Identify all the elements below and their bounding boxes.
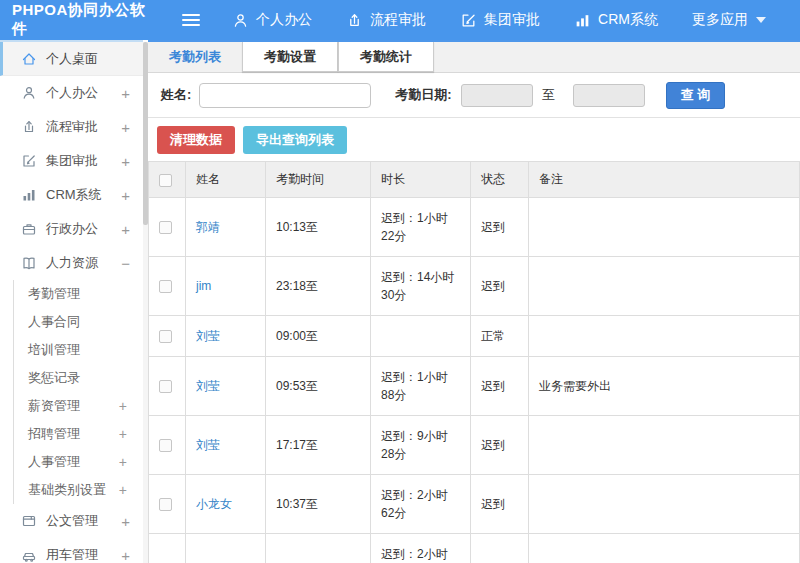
- expand-toggle-icon[interactable]: −: [121, 256, 130, 271]
- attendance-time: 10:37至: [266, 475, 371, 534]
- note: [529, 198, 800, 257]
- sidebar-subitem[interactable]: 薪资管理+: [14, 392, 143, 420]
- name-filter-input[interactable]: [199, 83, 371, 108]
- expand-toggle-icon[interactable]: +: [121, 514, 130, 529]
- sidebar-item-label: 用车管理: [46, 546, 98, 563]
- search-button[interactable]: 查 询: [666, 82, 726, 109]
- note: [529, 475, 800, 534]
- sidebar-item-label: 公文管理: [46, 512, 98, 530]
- sidebar-item[interactable]: CRM系统+: [0, 178, 143, 212]
- expand-toggle-icon[interactable]: +: [119, 455, 127, 469]
- sidebar-subitem[interactable]: 人事合同: [14, 308, 143, 336]
- column-header-duration: 时长: [371, 162, 471, 198]
- sidebar-subitem[interactable]: 基础类别设置+: [14, 476, 143, 504]
- sidebar-subitem[interactable]: 培训管理: [14, 336, 143, 364]
- sidebar-subitem-label: 人事合同: [28, 313, 80, 331]
- expand-toggle-icon[interactable]: +: [121, 548, 130, 563]
- sidebar-subitem[interactable]: 人事管理+: [14, 448, 143, 476]
- column-header-status: 状态: [471, 162, 529, 198]
- note: [529, 316, 800, 357]
- attendance-time: 10:13至: [266, 198, 371, 257]
- expand-toggle-icon[interactable]: +: [121, 86, 130, 101]
- sidebar-item-label: 行政办公: [46, 220, 98, 238]
- table-row: 刘莹09:53至迟到：1小时88分迟到业务需要外出: [149, 357, 800, 416]
- row-checkbox[interactable]: [159, 498, 172, 511]
- nav-item[interactable]: 集团审批: [460, 11, 540, 29]
- nav-item[interactable]: 个人办公: [232, 11, 312, 29]
- column-header-time: 考勤时间: [266, 162, 371, 198]
- date-to-label: 至: [542, 86, 555, 104]
- expand-toggle-icon[interactable]: +: [119, 483, 127, 497]
- employee-name-link[interactable]: 刘莹: [196, 438, 220, 452]
- duration: 迟到：14小时30分: [371, 257, 471, 316]
- expand-toggle-icon[interactable]: +: [119, 427, 127, 441]
- sidebar-subitem[interactable]: 奖惩记录: [14, 364, 143, 392]
- row-checkbox[interactable]: [159, 280, 172, 293]
- nav-item[interactable]: CRM系统: [574, 11, 658, 29]
- employee-name-link[interactable]: 刘莹: [196, 379, 220, 393]
- sidebar-item[interactable]: 个人办公+: [0, 76, 143, 110]
- table-row: 刘莹09:00至正常: [149, 316, 800, 357]
- export-list-button[interactable]: 导出查询列表: [243, 126, 347, 154]
- employee-name-link[interactable]: 小龙女: [196, 497, 232, 511]
- name-filter-label: 姓名:: [161, 86, 191, 104]
- row-checkbox[interactable]: [159, 439, 172, 452]
- sidebar-subitem-label: 薪资管理: [28, 397, 80, 415]
- book-icon: [21, 255, 37, 271]
- chart-icon: [574, 12, 591, 29]
- sidebar-item-label: 个人桌面: [46, 50, 98, 68]
- sidebar-item[interactable]: 流程审批+: [0, 110, 143, 144]
- duration: 迟到：9小时28分: [371, 416, 471, 475]
- nav-item-label: 个人办公: [256, 11, 312, 29]
- car-icon: [21, 547, 37, 563]
- column-header-note: 备注: [529, 162, 800, 198]
- sidebar-item[interactable]: 集团审批+: [0, 144, 143, 178]
- expand-toggle-icon[interactable]: +: [121, 154, 130, 169]
- sidebar-item[interactable]: 用车管理+: [0, 538, 143, 563]
- date-start-input[interactable]: [461, 84, 533, 107]
- attendance-time: 17:17至: [266, 416, 371, 475]
- person-icon: [232, 12, 249, 29]
- sidebar-subitem[interactable]: 考勤管理: [14, 280, 143, 308]
- row-checkbox[interactable]: [159, 330, 172, 343]
- nav-item[interactable]: 流程审批: [346, 11, 426, 29]
- sidebar-item[interactable]: 个人桌面: [0, 42, 143, 76]
- nav-item[interactable]: 更多应用: [692, 11, 766, 29]
- date-end-input[interactable]: [573, 84, 645, 107]
- duration: 迟到：2小时62分: [371, 475, 471, 534]
- menu-icon[interactable]: [182, 11, 200, 29]
- tab-bar: 考勤列表考勤设置考勤统计: [148, 42, 800, 73]
- expand-toggle-icon[interactable]: +: [121, 120, 130, 135]
- expand-toggle-icon[interactable]: +: [121, 188, 130, 203]
- sidebar-submenu: 考勤管理人事合同培训管理奖惩记录薪资管理+招聘管理+人事管理+基础类别设置+: [13, 280, 143, 504]
- attendance-time: 10:54至10:54: [266, 534, 371, 563]
- row-checkbox[interactable]: [159, 221, 172, 234]
- attendance-time: 09:00至: [266, 316, 371, 357]
- table-row: jim23:18至迟到：14小时30分迟到: [149, 257, 800, 316]
- tab-item[interactable]: 考勤统计: [338, 42, 434, 72]
- sidebar-item-label: 集团审批: [46, 152, 98, 170]
- duration: 迟到：1小时22分: [371, 198, 471, 257]
- sidebar-item[interactable]: 行政办公+: [0, 212, 143, 246]
- clean-data-button[interactable]: 清理数据: [157, 126, 235, 154]
- attendance-table-body: 郭靖10:13至迟到：1小时22分迟到jim23:18至迟到：14小时30分迟到…: [149, 198, 800, 563]
- caret-down-icon: [756, 17, 766, 23]
- sidebar-item[interactable]: 人力资源−: [0, 246, 143, 280]
- table-row: 管理员10:54至10:54迟到：2小时90分早退：7小时10分迟到/早退111…: [149, 534, 800, 563]
- sidebar-subitem[interactable]: 招聘管理+: [14, 420, 143, 448]
- expand-toggle-icon[interactable]: +: [121, 222, 130, 237]
- employee-name-link[interactable]: 刘莹: [196, 329, 220, 343]
- edit-icon: [21, 153, 37, 169]
- row-checkbox[interactable]: [159, 380, 172, 393]
- employee-name-link[interactable]: jim: [196, 279, 211, 293]
- employee-name-link[interactable]: 郭靖: [196, 220, 220, 234]
- tab-item[interactable]: 考勤设置: [242, 42, 338, 72]
- status-badge: 迟到: [471, 198, 529, 257]
- expand-toggle-icon[interactable]: +: [119, 399, 127, 413]
- note: 1111: [529, 534, 800, 563]
- select-all-checkbox[interactable]: [159, 174, 172, 187]
- nav-item-label: CRM系统: [598, 11, 658, 29]
- tab-active[interactable]: 考勤列表: [148, 42, 242, 72]
- briefcase-icon: [21, 221, 37, 237]
- sidebar-item[interactable]: 公文管理+: [0, 504, 143, 538]
